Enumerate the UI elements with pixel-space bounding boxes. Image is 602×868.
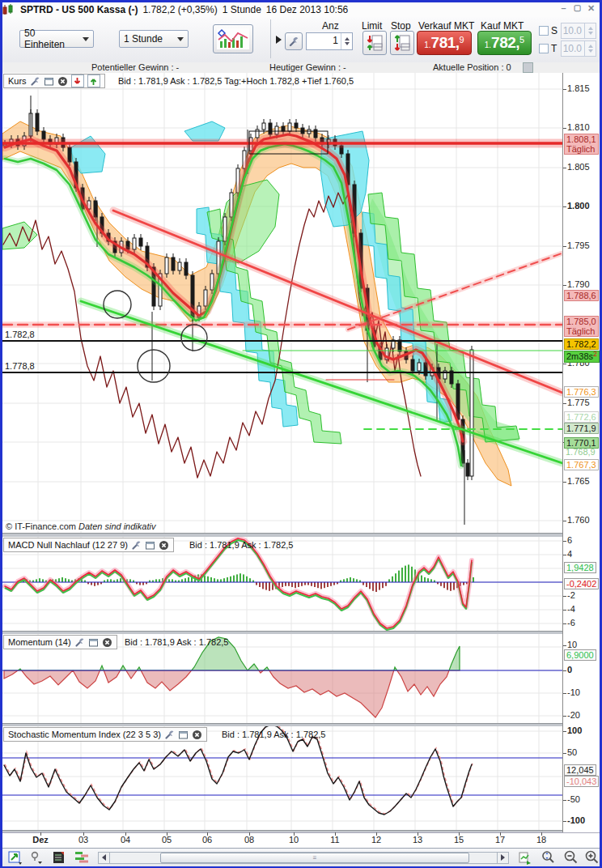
price-chart-canvas[interactable] (2, 73, 562, 533)
time-axis-label: 11 (330, 835, 339, 845)
units-select[interactable]: 50 Einheiten (19, 30, 94, 48)
buy-price-decimal: 5 (519, 35, 524, 45)
detach-window-icon[interactable] (145, 540, 155, 551)
detach-window-icon[interactable] (88, 637, 99, 648)
disclaimer-text: Daten sind indikativ (78, 521, 155, 531)
close-icon[interactable] (102, 637, 112, 648)
close-icon[interactable] (57, 76, 68, 87)
buy-mkt-label: Kauf MKT (481, 20, 524, 32)
buy-market-button[interactable]: 1.782,5 (477, 31, 532, 55)
zoom-in-button[interactable] (583, 850, 600, 865)
scrollbar-thumb[interactable]: ≡ (160, 853, 469, 863)
detach-window-icon[interactable] (178, 730, 189, 740)
kurs-bid-ask: Bid : 1.781,9 Ask : 1.782,5 Tag:+Hoch 1.… (118, 76, 354, 86)
collapse-arrow-icon[interactable] (276, 36, 282, 44)
target-checkbox[interactable] (539, 44, 549, 53)
minimize-button[interactable]: – (559, 3, 568, 12)
detach-window-icon[interactable] (44, 76, 54, 87)
pointer-mode-button[interactable] (28, 850, 45, 865)
chart-scrollbar[interactable]: ≡ (98, 852, 509, 864)
sell-price-prefix: 1. (424, 40, 430, 49)
axis-price-box: 1.788,6 (564, 290, 599, 301)
time-axis-label: 13 (413, 835, 422, 845)
axis-label: 1.775 (567, 398, 590, 407)
kurs-panel-header: Kurs (3, 74, 105, 88)
wrench-icon[interactable] (74, 637, 85, 648)
scroll-left-arrow[interactable] (99, 853, 110, 863)
axis-label: 1.765 (567, 476, 590, 486)
sell-mkt-label: Verkauf MKT (418, 20, 474, 32)
scroll-right-arrow[interactable] (497, 853, 508, 863)
time-axis[interactable] (2, 832, 600, 848)
s-value-stepper[interactable]: 10.0 (561, 23, 596, 39)
chart-pane-icon (518, 851, 532, 865)
timeframe-select[interactable]: 1 Stunde (119, 30, 189, 48)
down-arrow-icon (588, 32, 593, 35)
axis-label: 0 (567, 665, 572, 674)
axis-label: 1.810 (567, 122, 590, 132)
zoom-out-button[interactable] (562, 850, 579, 865)
sell-arrow-button[interactable] (71, 74, 84, 87)
stop-label: Stop (391, 20, 411, 32)
down-arrow-icon[interactable] (345, 42, 350, 45)
units-select-value: 50 Einheiten (24, 28, 78, 50)
time-axis-label: Dez (32, 835, 49, 845)
t-value-stepper[interactable]: 10.0 (561, 40, 596, 57)
export-icon (8, 851, 23, 865)
macd-panel-header: MACD Null Nachlauf (12 27 9) (3, 538, 174, 552)
close-position-icon[interactable] (523, 62, 533, 73)
instrument-candle-icon (2, 4, 15, 15)
title-bar[interactable]: SPTRD - US 500 Kassa (-) 1.782,2 (+0,35%… (2, 2, 600, 18)
order-settings-button[interactable] (285, 32, 303, 50)
export-chart-button[interactable] (7, 850, 23, 865)
wrench-icon[interactable] (164, 730, 175, 740)
close-icon[interactable] (159, 540, 169, 551)
up-arrow-icon (588, 45, 593, 48)
detach-chart-button[interactable] (517, 850, 533, 865)
maximize-button[interactable]: ▢ (573, 3, 582, 12)
chart-style-button[interactable] (213, 24, 253, 53)
market-depth-button[interactable] (74, 850, 90, 865)
stochastic-chart-canvas[interactable] (2, 726, 562, 830)
axis-label: 100 (567, 725, 582, 735)
axis-label: 1.805 (567, 162, 590, 172)
quantity-arrows[interactable] (341, 33, 352, 49)
stop-order-button[interactable] (390, 31, 414, 55)
momentum-title: Momentum (14) (8, 637, 71, 647)
up-arrow-icon (588, 27, 593, 30)
buy-arrow-button[interactable] (87, 74, 100, 87)
close-button[interactable]: ✕ (587, 3, 596, 12)
axis-price-box: 1.785,0Täglich (564, 316, 599, 337)
current-position: Aktuelle Position : 0 (433, 62, 511, 72)
news-button[interactable] (51, 850, 67, 865)
zoom-fit-button[interactable] (540, 850, 556, 865)
sell-market-button[interactable]: 1.781,9 (417, 31, 472, 55)
stop-checkbox[interactable] (539, 26, 549, 36)
axis-label: -6 (567, 618, 575, 628)
title-price: 1.782,2 (+0,35%) (142, 4, 217, 15)
stochastic-title: Stochastic Momentum Index (22 3 5 3) (8, 730, 161, 739)
today-profit: Heutiger Gewinn : - (269, 62, 346, 72)
axis-price-box: 6,9000 (564, 649, 596, 661)
time-axis-label: 06 (202, 835, 212, 845)
axis-tick (563, 670, 566, 671)
limit-order-button[interactable] (362, 31, 387, 55)
wrench-icon[interactable] (30, 76, 40, 87)
stop-order-icon (394, 34, 410, 52)
axis-label: 4 (567, 549, 572, 559)
time-axis-label: 08 (244, 835, 254, 845)
quantity-stepper[interactable]: 1 (306, 32, 353, 50)
axis-tick (563, 821, 566, 822)
stochastic-panel-header: Stochastic Momentum Index (22 3 5 3) (3, 727, 207, 742)
up-arrow-icon[interactable] (345, 37, 350, 40)
wrench-icon[interactable] (131, 540, 142, 551)
axis-label: 10 (567, 640, 577, 649)
axis-price-box: -0,2402 (564, 578, 599, 589)
sell-price-main: 781, (431, 34, 460, 52)
chart-level-label: 1.778,8 (5, 361, 35, 371)
axis-label: -2 (567, 590, 575, 600)
limit-label: Limit (362, 20, 382, 32)
close-icon[interactable] (192, 730, 202, 740)
time-axis-label: 05 (162, 835, 172, 845)
axis-label: -20 (567, 710, 580, 720)
